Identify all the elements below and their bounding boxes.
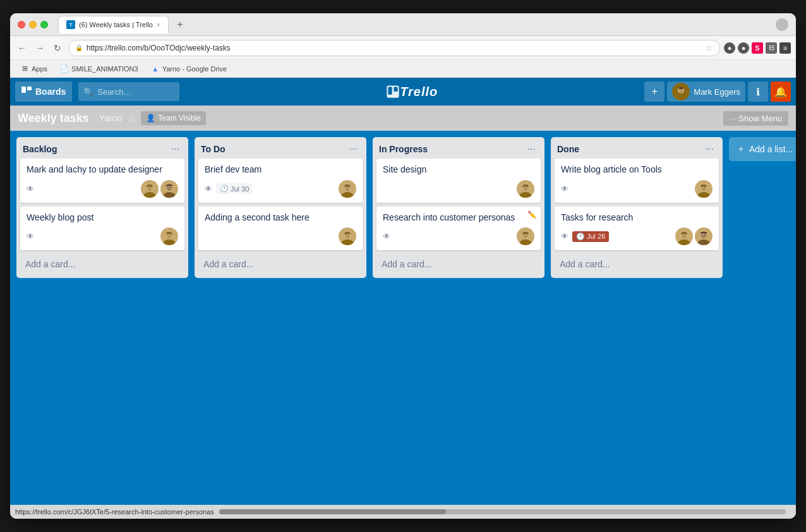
add-button[interactable]: + [644,82,665,102]
card-customer-personas-badges: 👁 [383,232,390,241]
card-second-task-title: Adding a second task here [205,212,356,224]
tab-favicon: T [66,20,75,29]
svg-point-13 [150,186,152,188]
browser-window: T (6) Weekly tasks | Trello × + ← → ↻ 🔒 … [10,13,796,519]
search-input[interactable] [97,87,174,97]
bookmark-drive[interactable]: ▲ Yarno - Google Drive [146,63,232,75]
list-inprogress-menu[interactable]: ··· [525,142,538,156]
avatar-svg [518,230,533,245]
back-button[interactable]: ← [15,41,29,55]
clock-icon: 🕐 [220,184,229,193]
user-avatar [672,83,690,100]
ext-icon-5[interactable]: ≡ [779,42,791,54]
svg-point-32 [524,186,525,188]
bookmark-smile[interactable]: 📄 SMILE_ANIMATION3 [55,63,143,75]
trello-logo: Trello [183,85,641,99]
card-brief-dev-title: Brief dev team [205,164,356,176]
plus-icon: ＋ [737,143,745,155]
list-inprogress-header: In Progress ··· [373,137,544,159]
card-brief-dev[interactable]: Brief dev team 👁 🕐 Jul 30 [198,159,363,203]
list-backlog-title: Backlog [23,144,57,154]
list-todo-menu[interactable]: ··· [347,142,360,156]
list-done-header: Done ··· [551,137,723,159]
star-button[interactable]: ☆ [127,112,136,124]
card-second-task[interactable]: Adding a second task here [198,207,363,251]
card-weekly-blog[interactable]: Weekly blog post 👁 [20,207,184,251]
svg-point-39 [697,192,710,198]
trello-logo-icon [386,85,400,99]
apps-grid-icon: ⊞ [20,64,29,73]
svg-point-25 [348,186,349,188]
member-avatar [339,180,356,198]
clock-icon: 🕐 [576,233,585,241]
minimize-button[interactable] [29,21,37,28]
svg-point-16 [167,186,169,188]
avatar-svg-2 [162,183,177,198]
avatar-svg [142,183,157,198]
refresh-button[interactable]: ↻ [51,41,64,55]
card-write-blog[interactable]: Write blog article on Tools 👁 [555,159,719,203]
ext-icon-4[interactable]: ⊟ [766,42,777,54]
card-second-task-footer [205,227,356,245]
add-card-inprogress[interactable]: Add a card... [376,255,541,273]
card-mark-lachy[interactable]: Mark and lachy to update designer 👁 [20,159,184,203]
new-tab-button[interactable]: + [171,16,189,33]
bookmark-apps[interactable]: ⊞ Apps [15,63,52,75]
trello-app: Boards 🔍 Trello + [10,78,796,519]
horizontal-scrollbar[interactable] [219,509,786,514]
card-second-task-members [339,227,356,245]
header-search-box[interactable]: 🔍 [78,82,179,101]
list-todo-cards: Brief dev team 👁 🕐 Jul 30 [195,159,366,254]
address-bar[interactable]: 🔒 https://trello.com/b/OooTOdjc/weekly-t… [68,40,720,56]
ext-icon-2[interactable]: ● [738,42,749,54]
member-avatar [695,180,713,198]
list-done: Done ··· Write blog article on Tools 👁 [551,137,723,278]
close-button[interactable] [18,21,25,28]
board-visibility[interactable]: 👤 Team Visible [141,111,206,125]
traffic-lights [18,21,48,28]
add-card-backlog-label: Add a card... [25,259,75,269]
bookmark-star-icon[interactable]: ☆ [705,43,713,53]
avatar-svg [518,183,533,198]
notification-button[interactable]: 🔔 [771,82,791,102]
list-todo-title: To Do [201,144,226,154]
svg-point-19 [163,239,176,245]
card-write-blog-title: Write blog article on Tools [561,164,713,176]
card-site-design-title: Site design [383,164,534,176]
svg-point-15 [163,192,176,198]
tab-close-button[interactable]: × [157,21,160,28]
add-list-button[interactable]: ＋ Add a list... [729,137,796,161]
svg-point-24 [346,186,347,188]
list-backlog: Backlog ··· Mark and lachy to update des… [16,137,188,278]
card-customer-personas[interactable]: Research into customer personas ✏️ 👁 [376,207,541,251]
add-card-done[interactable]: Add a card... [555,255,719,273]
list-done-menu[interactable]: ··· [703,142,716,156]
svg-rect-9 [679,87,683,89]
show-menu-button[interactable]: ··· Show Menu [723,111,789,126]
list-backlog-menu[interactable]: ··· [169,142,182,156]
add-card-backlog[interactable]: Add a card... [20,255,184,273]
svg-point-31 [519,192,532,198]
browser-extensions: ● ● S ⊟ ≡ [724,42,791,54]
add-card-done-label: Add a card... [560,259,610,269]
member-avatar [339,227,356,245]
card-mark-lachy-badges: 👁 [27,184,34,193]
trello-logo-text: Trello [400,85,438,99]
ext-icon-3[interactable]: S [752,42,763,54]
boards-button[interactable]: Boards [15,82,72,102]
card-write-blog-members [695,180,713,198]
browser-tab[interactable]: T (6) Weekly tasks | Trello × [58,16,169,33]
svg-point-28 [346,234,347,236]
info-button[interactable]: ℹ [748,82,768,102]
maximize-button[interactable] [40,21,48,28]
user-menu-button[interactable]: Mark Eggers [667,82,745,102]
visibility-label: Team Visible [158,114,201,123]
card-site-design[interactable]: Site design [376,159,541,203]
svg-point-17 [170,186,171,188]
ext-icon-1[interactable]: ● [724,42,735,54]
forward-button[interactable]: → [33,41,47,55]
add-card-todo[interactable]: Add a card... [198,255,363,273]
card-customer-personas-footer: 👁 [383,227,534,245]
card-tasks-research[interactable]: Tasks for research 👁 🕐 Jul 26 [555,207,719,251]
list-done-title: Done [557,144,579,154]
